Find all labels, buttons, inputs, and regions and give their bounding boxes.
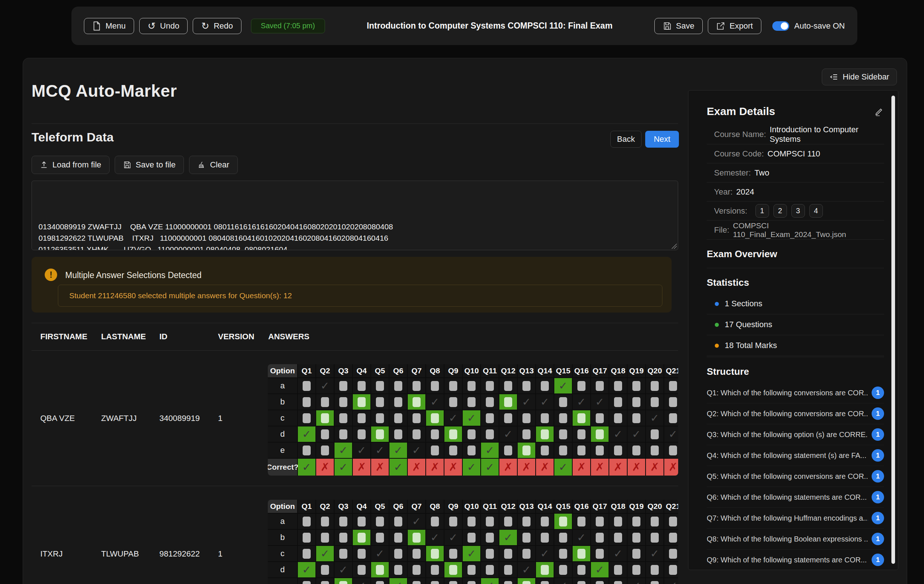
answer-cell[interactable] <box>591 546 609 561</box>
answer-cell[interactable] <box>591 442 609 458</box>
answer-cell[interactable] <box>499 378 517 393</box>
answer-cell[interactable] <box>573 442 590 458</box>
answer-cell[interactable] <box>389 394 407 410</box>
answer-cell[interactable] <box>335 410 352 426</box>
answer-cell[interactable] <box>518 530 535 545</box>
answer-cell[interactable] <box>353 546 370 561</box>
answer-cell[interactable] <box>499 410 517 426</box>
answer-cell[interactable] <box>573 410 590 426</box>
exam-overview-heading[interactable]: Exam Overview <box>707 239 884 268</box>
answer-cell[interactable] <box>463 514 480 529</box>
answer-cell[interactable] <box>536 514 554 529</box>
answer-cell[interactable] <box>371 514 389 529</box>
answer-cell[interactable] <box>389 378 407 393</box>
answer-cell[interactable] <box>316 530 334 545</box>
answer-cell[interactable] <box>408 562 426 577</box>
answer-cell[interactable] <box>518 426 535 442</box>
answer-cell[interactable] <box>646 562 663 577</box>
clear-button[interactable]: Clear <box>189 156 238 174</box>
answer-cell[interactable] <box>554 410 572 426</box>
answer-cell[interactable]: ✓ <box>646 546 663 561</box>
answer-cell[interactable] <box>628 562 645 577</box>
answer-cell[interactable]: ✓ <box>389 578 407 584</box>
answer-cell[interactable] <box>463 578 480 584</box>
answer-cell[interactable]: ✓ <box>664 578 678 584</box>
answer-cell[interactable] <box>444 546 462 561</box>
answer-cell[interactable] <box>628 530 645 545</box>
teleform-textarea[interactable]: 01340089919 ZWAFTJJ QBA VZE 11000000001 … <box>31 181 678 250</box>
redo-button[interactable]: ↻ Redo <box>193 18 241 34</box>
answer-cell[interactable] <box>609 514 627 529</box>
answer-cell[interactable] <box>664 546 678 561</box>
answer-cell[interactable]: ✓ <box>408 442 426 458</box>
answer-cell[interactable]: ✓ <box>298 426 315 442</box>
version-chip[interactable]: 1 <box>756 204 769 218</box>
edit-pencil-icon[interactable] <box>874 107 884 116</box>
sidebar-scrollbar[interactable] <box>891 96 895 564</box>
answer-cell[interactable] <box>444 442 462 458</box>
answer-cell[interactable] <box>609 562 627 577</box>
load-from-file-button[interactable]: Load from file <box>31 156 109 174</box>
answer-cell[interactable] <box>518 442 535 458</box>
answer-cell[interactable] <box>444 562 462 577</box>
answer-cell[interactable]: ✓ <box>554 578 572 584</box>
answer-cell[interactable] <box>371 562 389 577</box>
answer-cell[interactable] <box>371 378 389 393</box>
answer-cell[interactable] <box>316 410 334 426</box>
answer-cell[interactable] <box>481 562 498 577</box>
answer-cell[interactable] <box>664 394 678 410</box>
answer-cell[interactable]: ✓ <box>518 562 535 577</box>
answer-cell[interactable] <box>609 530 627 545</box>
back-button[interactable]: Back <box>610 131 642 148</box>
answer-cell[interactable] <box>664 442 678 458</box>
answer-cell[interactable] <box>426 514 444 529</box>
answer-cell[interactable]: ✓ <box>591 562 609 577</box>
answer-cell[interactable] <box>426 410 444 426</box>
answer-cell[interactable] <box>536 578 554 584</box>
answer-cell[interactable] <box>573 514 590 529</box>
answer-cell[interactable] <box>646 442 663 458</box>
answer-cell[interactable] <box>554 546 572 561</box>
answer-cell[interactable] <box>389 546 407 561</box>
answer-cell[interactable] <box>573 378 590 393</box>
answer-cell[interactable] <box>554 562 572 577</box>
answer-cell[interactable] <box>371 426 389 442</box>
answer-cell[interactable] <box>536 378 554 393</box>
answer-cell[interactable] <box>536 426 554 442</box>
answer-cell[interactable] <box>316 426 334 442</box>
answer-cell[interactable] <box>573 578 590 584</box>
answer-cell[interactable] <box>591 514 609 529</box>
answer-cell[interactable] <box>426 578 444 584</box>
export-button[interactable]: Export <box>708 18 761 34</box>
answer-cell[interactable]: ✓ <box>536 546 554 561</box>
answer-cell[interactable] <box>609 578 627 584</box>
answer-cell[interactable] <box>591 410 609 426</box>
answer-cell[interactable] <box>628 410 645 426</box>
answer-cell[interactable] <box>499 394 517 410</box>
answer-cell[interactable] <box>463 426 480 442</box>
answer-cell[interactable] <box>463 442 480 458</box>
answer-cell[interactable] <box>646 378 663 393</box>
answer-cell[interactable] <box>444 578 462 584</box>
answer-cell[interactable]: ✓ <box>463 410 480 426</box>
answer-cell[interactable] <box>609 410 627 426</box>
answer-cell[interactable] <box>628 394 645 410</box>
answer-cell[interactable] <box>389 530 407 545</box>
answer-cell[interactable]: ✓ <box>628 426 645 442</box>
answer-cell[interactable] <box>444 514 462 529</box>
version-chip[interactable]: 4 <box>809 204 823 218</box>
answer-cell[interactable]: ✓ <box>444 410 462 426</box>
answer-cell[interactable] <box>371 578 389 584</box>
answer-cell[interactable]: ✓ <box>664 426 678 442</box>
undo-button[interactable]: ↺ Undo <box>139 18 188 34</box>
next-button[interactable]: Next <box>645 131 679 148</box>
answer-cell[interactable] <box>426 378 444 393</box>
answer-cell[interactable] <box>298 514 315 529</box>
structure-item[interactable]: Q5: Which of the following conversions a… <box>707 466 884 487</box>
answer-cell[interactable] <box>536 530 554 545</box>
version-chip[interactable]: 3 <box>791 204 805 218</box>
answer-cell[interactable]: ✓ <box>646 410 663 426</box>
version-chip[interactable]: 2 <box>774 204 787 218</box>
answer-cell[interactable]: ✓ <box>499 426 517 442</box>
answer-cell[interactable] <box>518 546 535 561</box>
